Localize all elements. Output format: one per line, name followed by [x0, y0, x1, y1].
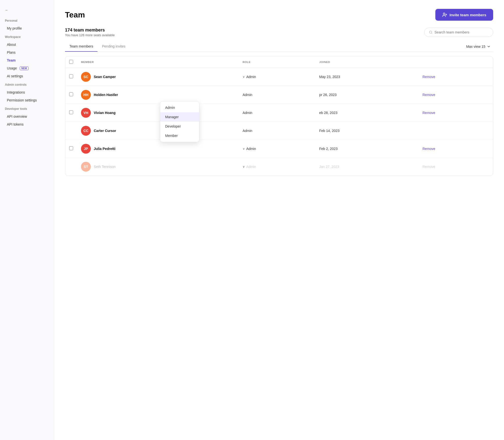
remove-button[interactable]: Remove [423, 147, 435, 151]
role-option-manager[interactable]: Manager [160, 112, 199, 122]
row-checkbox[interactable] [69, 74, 73, 78]
joined-cell: Jan 27, 2023 [315, 158, 419, 176]
tabs-row: Team members Pending invites Max view 15 [65, 42, 493, 52]
member-cell: STSeth Tennison [77, 158, 239, 176]
admin-controls-section: Admin controls [0, 80, 54, 88]
sidebar-item-label: API tokens [7, 122, 24, 126]
joined-cell: pr 26, 2023 [315, 86, 419, 104]
role-display: Admin [243, 93, 311, 97]
role-dropdown[interactable]: Admin Manager Developer Member [160, 101, 199, 142]
role-option-admin[interactable]: Admin [160, 103, 199, 112]
sidebar-item-label: Permission settings [7, 98, 37, 102]
member-cell: HHHolden Hastler [77, 86, 239, 104]
sidebar-item-api-tokens[interactable]: API tokens [2, 121, 52, 128]
row-checkbox-cell [65, 158, 77, 176]
sidebar: ← Personal My profile Workspace About Pl… [0, 0, 54, 440]
row-checkbox[interactable] [69, 146, 73, 150]
chevron-down-icon: ∨ [243, 75, 245, 79]
sidebar-item-about[interactable]: About [2, 41, 52, 48]
joined-cell: eb 28, 2023 [315, 104, 419, 122]
developer-tools-section-title: Developer tools [5, 107, 49, 111]
sidebar-item-label: My profile [7, 26, 22, 30]
row-checkbox-cell [65, 140, 77, 158]
member-name: Carter Cursor [94, 129, 116, 133]
workspace-section: Workspace [0, 32, 54, 41]
sidebar-item-integrations[interactable]: Integrations [2, 89, 52, 96]
personal-section-title: Personal [5, 19, 49, 22]
stats-search-row: 174 team members You have 126 more seats… [65, 28, 493, 37]
role-display[interactable]: ∨Admin [243, 147, 311, 151]
sidebar-item-my-profile[interactable]: My profile [2, 25, 52, 32]
search-input[interactable] [435, 30, 488, 34]
tab-pending-invites-label: Pending invites [102, 44, 125, 48]
remove-button[interactable]: Remove [423, 165, 435, 169]
page-title: Team [65, 10, 85, 19]
sidebar-item-plans[interactable]: Plans [2, 49, 52, 56]
role-display[interactable]: ∨Admin [243, 75, 311, 79]
member-info: HHHolden Hastler [81, 90, 235, 100]
svg-point-0 [443, 13, 445, 15]
remove-button[interactable]: Remove [423, 75, 435, 79]
role-option-member[interactable]: Member [160, 131, 199, 140]
max-view-label: Max view 15 [466, 45, 485, 49]
remove-cell: Remove [419, 104, 493, 122]
role-cell[interactable]: ∨Admin [239, 140, 315, 158]
remove-button[interactable]: Remove [423, 93, 435, 97]
select-all-checkbox[interactable] [69, 60, 73, 64]
role-cell[interactable]: ∨Admin [239, 158, 315, 176]
joined-cell: Feb 14, 2023 [315, 122, 419, 140]
role-text: Admin [243, 129, 252, 133]
row-checkbox-cell [65, 86, 77, 104]
member-info: JPJulia Pedretti [81, 144, 235, 154]
tab-team-members[interactable]: Team members [65, 42, 97, 52]
sidebar-item-api-overview[interactable]: API overview [2, 113, 52, 120]
member-name: Holden Hastler [94, 93, 118, 97]
members-tbody: SCSean Camper∨AdminMay 23, 2023RemoveHHH… [65, 68, 493, 176]
tabs: Team members Pending invites [65, 42, 130, 51]
invite-btn-label: Invite team members [450, 13, 486, 17]
search-icon [429, 30, 433, 34]
chevron-down-icon: ∨ [243, 165, 245, 168]
row-checkbox-cell [65, 68, 77, 86]
tab-pending-invites[interactable]: Pending invites [97, 42, 130, 52]
developer-tools-section: Developer tools [0, 104, 54, 113]
invite-team-members-button[interactable]: Invite team members [435, 9, 493, 21]
table-row: CCCarter CursorAdminFeb 14, 2023 [65, 122, 493, 140]
sidebar-item-label: Usage [7, 66, 17, 70]
back-arrow-icon: ← [5, 8, 9, 12]
role-cell[interactable]: ∨Admin [239, 68, 315, 86]
chevron-down-icon: ∨ [243, 147, 245, 150]
table-header-row: MEMBER ROLE JOINED [65, 56, 493, 68]
back-button[interactable]: ← [0, 6, 54, 16]
joined-cell: Feb 2, 2023 [315, 140, 419, 158]
role-text: Admin [246, 165, 256, 169]
col-checkbox [65, 56, 77, 68]
col-member: MEMBER [77, 56, 239, 68]
sidebar-item-label: API overview [7, 114, 27, 118]
avatar: HH [81, 90, 91, 100]
max-view-selector[interactable]: Max view 15 [464, 43, 493, 50]
search-box[interactable] [424, 28, 493, 37]
sidebar-item-usage[interactable]: Usage NEW [2, 65, 52, 72]
sidebar-item-permission-settings[interactable]: Permission settings [2, 97, 52, 104]
member-name: Seth Tennison [94, 165, 115, 169]
table-row: STSeth Tennison∨AdminJan 27, 2023Remove [65, 158, 493, 176]
role-display[interactable]: ∨Admin [243, 165, 311, 169]
sidebar-item-ai-settings[interactable]: AI settings [2, 72, 52, 80]
role-display: Admin [243, 111, 311, 115]
role-option-developer[interactable]: Developer [160, 122, 199, 131]
row-checkbox-cell [65, 122, 77, 140]
role-display: Admin [243, 129, 311, 133]
member-info: SCSean Camper [81, 72, 235, 82]
remove-button[interactable]: Remove [423, 111, 435, 115]
personal-section: Personal [0, 16, 54, 24]
chevron-down-icon [487, 45, 491, 49]
remove-cell: Remove [419, 140, 493, 158]
avatar: ST [81, 162, 91, 172]
row-checkbox[interactable] [69, 110, 73, 114]
remove-cell: Remove [419, 158, 493, 176]
sidebar-item-team[interactable]: Team [2, 57, 52, 64]
col-role: ROLE [239, 56, 315, 68]
row-checkbox[interactable] [69, 92, 73, 96]
member-name: Julia Pedretti [94, 147, 115, 151]
